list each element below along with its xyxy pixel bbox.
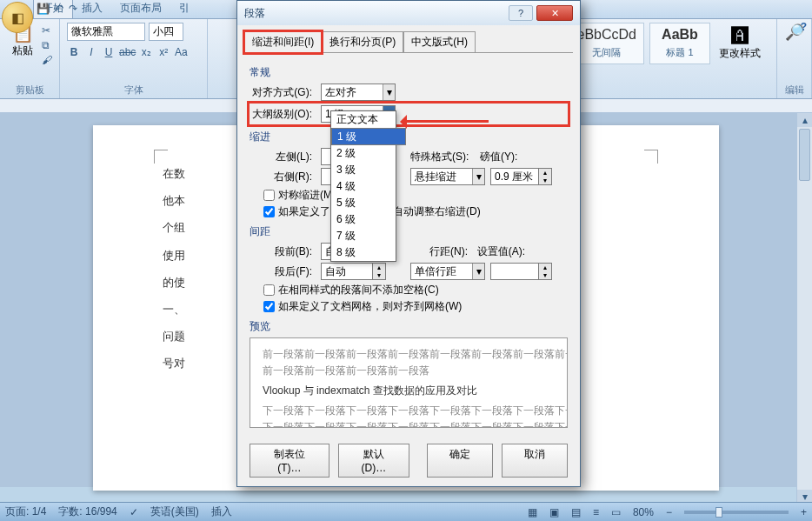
snap-grid-checkbox[interactable]: 如果定义了文档网格，则对齐到网格(W) xyxy=(263,299,568,314)
underline-button[interactable]: U xyxy=(102,46,116,58)
spin-down-icon[interactable]: ▾ xyxy=(539,177,551,184)
spin-up-icon[interactable]: ▴ xyxy=(539,169,551,177)
zoom-out-button[interactable]: − xyxy=(666,506,672,518)
change-styles-button[interactable]: 🅰 更改样式 xyxy=(715,23,764,64)
status-page[interactable]: 页面: 1/4 xyxy=(5,504,46,519)
group-clipboard-label: 剪贴板 xyxy=(7,82,52,97)
line-spacing-select[interactable]: 单倍行距▾ xyxy=(410,263,485,280)
copy-icon[interactable]: ⧉ xyxy=(42,39,52,51)
view-print-layout-icon[interactable]: ▦ xyxy=(528,506,537,518)
dialog-buttons: 制表位(T)… 默认(D)… 确定 取消 xyxy=(237,435,580,486)
font-name-select[interactable]: 微软雅黑 xyxy=(67,23,145,41)
spin-up-icon[interactable]: ▴ xyxy=(539,264,551,271)
at-label: 设置值(A): xyxy=(476,244,529,259)
dialog-body: 常规 对齐方式(G): 左对齐▾ 大纲级别(O): 1 级▾ 缩进 左侧(L):… xyxy=(244,52,573,435)
space-after-label: 段后(F): xyxy=(250,264,316,279)
status-insert-mode[interactable]: 插入 xyxy=(211,504,232,519)
dropdown-item[interactable]: 7 级 xyxy=(331,228,396,244)
margin-corner xyxy=(644,150,658,164)
view-outline-icon[interactable]: ≡ xyxy=(593,506,599,518)
margin-corner xyxy=(154,150,168,164)
change-styles-icon: 🅰 xyxy=(719,26,761,46)
zoom-level[interactable]: 80% xyxy=(633,506,654,518)
group-font: 微软雅黑 小四 B I U abc x₂ x² Aa 字体 xyxy=(60,19,208,98)
quick-access-toolbar: 💾 ↶ ↷ xyxy=(37,3,77,15)
outline-level-dropdown[interactable]: 正文文本 1 级 2 级 3 级 4 级 5 级 6 级 7 级 8 级 xyxy=(330,110,396,262)
by-input[interactable]: ▴▾ xyxy=(490,168,552,185)
change-styles-label: 更改样式 xyxy=(719,46,761,61)
spin-down-icon[interactable]: ▾ xyxy=(539,271,551,279)
line-spacing-label: 行距(N): xyxy=(410,244,471,259)
tabstops-button[interactable]: 制表位(T)… xyxy=(250,444,329,478)
change-case-button[interactable]: Aa xyxy=(174,46,188,58)
superscript-button[interactable]: x² xyxy=(156,46,170,58)
tab-layout[interactable]: 页面布局 xyxy=(111,0,170,18)
scroll-thumb[interactable] xyxy=(799,129,810,181)
dropdown-item[interactable]: 3 级 xyxy=(331,162,396,178)
auto-right-indent-checkbox[interactable]: 如果定义了文档网格，则自动调整右缩进(D) xyxy=(263,204,568,219)
dropdown-item[interactable]: 4 级 xyxy=(331,178,396,195)
status-words[interactable]: 字数: 16/994 xyxy=(58,504,116,519)
status-language[interactable]: 英语(美国) xyxy=(150,504,199,519)
special-select[interactable]: 悬挂缩进▾ xyxy=(410,168,485,185)
dropdown-item[interactable]: 5 级 xyxy=(331,195,396,211)
cancel-button[interactable]: 取消 xyxy=(502,444,568,478)
group-font-label: 字体 xyxy=(67,82,200,97)
zoom-slider-thumb[interactable] xyxy=(715,507,722,518)
view-fullscreen-icon[interactable]: ▣ xyxy=(549,506,559,518)
strike-button[interactable]: abc xyxy=(119,46,136,58)
qat-redo-icon[interactable]: ↷ xyxy=(69,3,77,15)
office-button[interactable]: ◧ xyxy=(2,2,33,33)
spin-up-icon[interactable]: ▴ xyxy=(373,264,385,271)
font-size-select[interactable]: 小四 xyxy=(149,23,183,41)
alignment-select[interactable]: 左对齐▾ xyxy=(321,83,396,101)
ok-button[interactable]: 确定 xyxy=(427,444,493,478)
at-input[interactable]: ▴▾ xyxy=(490,263,552,280)
view-draft-icon[interactable]: ▭ xyxy=(611,506,621,518)
dialog-tab-asian[interactable]: 中文版式(H) xyxy=(403,31,476,53)
section-general: 常规 xyxy=(250,65,568,80)
status-proofing-icon[interactable]: ✓ xyxy=(130,506,138,518)
view-web-icon[interactable]: ▤ xyxy=(571,506,581,518)
mirror-indent-checkbox[interactable]: 对称缩进(M) xyxy=(263,188,568,203)
dialog-tab-indent[interactable]: 缩进和间距(I) xyxy=(244,31,322,53)
dialog-close-button[interactable]: ✕ xyxy=(536,5,573,21)
dialog-titlebar[interactable]: 段落 ? ✕ xyxy=(237,1,580,25)
spin-down-icon[interactable]: ▾ xyxy=(373,271,385,279)
chevron-down-icon: ▾ xyxy=(472,169,484,184)
group-editing-label: 编辑 xyxy=(784,82,804,97)
style-tile-heading1[interactable]: AaBb 标题 1 xyxy=(649,23,710,64)
zoom-slider[interactable] xyxy=(684,511,789,514)
format-painter-icon[interactable]: 🖌 xyxy=(42,54,52,66)
chevron-down-icon: ▾ xyxy=(383,84,395,100)
dropdown-item[interactable]: 正文文本 xyxy=(331,111,396,128)
dialog-tab-linebreak[interactable]: 换行和分页(P) xyxy=(322,31,403,53)
section-indent: 缩进 xyxy=(250,130,568,144)
dropdown-item[interactable]: 8 级 xyxy=(331,244,396,261)
qat-undo-icon[interactable]: ↶ xyxy=(55,3,63,15)
italic-button[interactable]: I xyxy=(84,46,98,58)
space-after-input[interactable]: ▴▾ xyxy=(321,263,386,280)
cut-icon[interactable]: ✂ xyxy=(42,24,52,37)
tab-insert[interactable]: 插入 xyxy=(73,0,111,18)
dropdown-item[interactable]: 2 级 xyxy=(331,145,396,162)
zoom-in-button[interactable]: + xyxy=(801,506,807,518)
qat-save-icon[interactable]: 💾 xyxy=(37,3,50,15)
annotation-arrow xyxy=(402,120,489,123)
no-space-same-style-checkbox[interactable]: 在相同样式的段落间不添加空格(C) xyxy=(263,283,568,297)
paste-label: 粘贴 xyxy=(7,43,38,58)
bold-button[interactable]: B xyxy=(67,46,81,58)
dropdown-item-selected[interactable]: 1 级 xyxy=(331,128,406,145)
section-spacing: 间距 xyxy=(250,224,568,239)
tab-references[interactable]: 引 xyxy=(170,0,198,18)
preview-box: 前一段落前一段落前一段落前一段落前一段落前一段落前一段落前一段落前一段落 前一段… xyxy=(250,337,568,428)
chevron-down-icon: ▾ xyxy=(472,264,484,279)
dropdown-item[interactable]: 6 级 xyxy=(331,211,396,228)
default-button[interactable]: 默认(D)… xyxy=(338,444,409,478)
subscript-button[interactable]: x₂ xyxy=(139,46,153,58)
scroll-up-icon[interactable]: ▴ xyxy=(797,113,812,127)
group-editing: 🔎 编辑 xyxy=(777,19,812,98)
help-icon[interactable]: ? xyxy=(801,21,807,33)
vertical-scrollbar[interactable]: ▴ ▾ xyxy=(796,113,812,504)
dialog-help-button[interactable]: ? xyxy=(509,5,533,21)
